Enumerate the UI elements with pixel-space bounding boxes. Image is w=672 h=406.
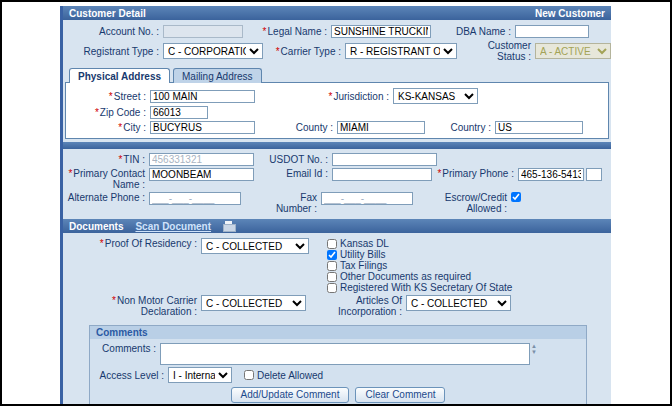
comments-row: Comments : ▲ ▼ — [90, 343, 586, 365]
delete-allowed-item: Delete Allowed — [244, 370, 323, 381]
articles-of-incorporation-label: Articles Of Incorporation : — [332, 295, 402, 317]
primary-contact-name-input[interactable] — [149, 168, 254, 181]
registrant-type-label: Registrant Type : — [67, 46, 159, 57]
customer-detail-page: Customer Detail New Customer Account No.… — [60, 6, 611, 406]
jurisdiction-select[interactable]: KS-KANSAS — [393, 88, 478, 104]
header-status: New Customer — [535, 8, 605, 19]
carrier-type-select[interactable]: R - REGISTRANT ONLY — [345, 43, 457, 59]
tax-filings-checkbox[interactable] — [327, 261, 337, 271]
city-row: *City : County : Country : — [68, 121, 606, 134]
legal-name-input[interactable] — [331, 25, 431, 38]
primary-phone-label: *Primary Phone : — [436, 168, 514, 179]
proof-of-residency-select[interactable]: C - COLLECTED — [201, 238, 309, 254]
alternate-phone-row: Alternate Phone : Fax Number : Escrow/Cr… — [67, 192, 607, 214]
access-level-select[interactable]: I - Internal — [168, 367, 232, 383]
registrant-type-select[interactable]: C - CORPORATION — [163, 43, 263, 59]
county-input[interactable] — [337, 121, 425, 134]
proof-of-residency-label: *Proof Of Residency : — [87, 238, 197, 249]
city-label: *City : — [68, 122, 146, 133]
alternate-phone-label: Alternate Phone : — [67, 192, 145, 203]
customer-status-label: Customer Status : — [463, 40, 531, 62]
customer-row-1: Account No. : *Legal Name : DBA Name : — [67, 25, 607, 38]
comments-label: Comments : — [96, 343, 156, 354]
account-no-input — [163, 25, 243, 38]
textarea-scrollbar[interactable]: ▲ ▼ — [531, 343, 537, 355]
clear-comment-button[interactable]: Clear Comment — [355, 387, 445, 403]
section-separator — [63, 142, 611, 149]
primary-contact-name-label: *Primary Contact Name : — [67, 168, 145, 190]
tin-row: *TIN : USDOT No. : — [67, 153, 607, 166]
city-input[interactable] — [150, 121, 255, 134]
legal-name-label: *Legal Name : — [249, 26, 327, 37]
street-input[interactable] — [150, 90, 255, 103]
escrow-credit-allowed-checkbox[interactable] — [511, 192, 521, 202]
kansas-dl-item: Kansas DL — [327, 238, 512, 249]
print-icon[interactable] — [223, 221, 234, 231]
alternate-phone-input[interactable] — [149, 192, 241, 205]
documents-bar: Documents Scan Document — [63, 219, 611, 233]
zip-code-label: *Zip Code : — [68, 107, 146, 118]
country-input[interactable] — [495, 121, 583, 134]
comments-section: Comments Comments : ▲ ▼ Access Level : I… — [89, 325, 587, 406]
jurisdiction-label: *Jurisdiction : — [313, 91, 389, 102]
non-motor-carrier-declaration-label: *Non Motor Carrier Declaration : — [105, 295, 197, 317]
other-documents-label: Other Documents as required — [340, 271, 471, 282]
utility-bills-checkbox[interactable] — [327, 250, 337, 260]
email-id-input[interactable] — [332, 168, 432, 181]
declarations-row: *Non Motor Carrier Declaration : C - COL… — [67, 295, 607, 317]
customer-row-2: Registrant Type : C - CORPORATION *Carri… — [67, 40, 607, 62]
county-label: County : — [271, 122, 333, 133]
delete-allowed-checkbox[interactable] — [244, 370, 254, 380]
page-title: Customer Detail — [69, 8, 146, 19]
articles-of-incorporation-select[interactable]: C - COLLECTED — [406, 295, 511, 311]
primary-phone-ext-input[interactable] — [586, 168, 602, 181]
header-bar: Customer Detail New Customer — [63, 6, 611, 20]
zip-code-input[interactable] — [150, 106, 208, 119]
country-label: Country : — [439, 122, 491, 133]
access-level-label: Access Level : — [98, 370, 164, 381]
registered-ks-secretary-item: Registered With KS Secretary Of State — [327, 282, 512, 293]
non-motor-carrier-declaration-select[interactable]: C - COLLECTED — [201, 295, 306, 311]
email-id-label: Email Id : — [260, 168, 328, 179]
tin-label: *TIN : — [67, 154, 145, 165]
delete-allowed-label: Delete Allowed — [257, 370, 323, 381]
proof-of-residency-row: *Proof Of Residency : C - COLLECTED Kans… — [67, 238, 607, 293]
registered-ks-secretary-label: Registered With KS Secretary Of State — [340, 282, 512, 293]
customer-status-select: A - ACTIVE — [535, 43, 611, 59]
tab-mailing-address[interactable]: Mailing Address — [173, 68, 262, 83]
kansas-dl-label: Kansas DL — [340, 238, 389, 249]
customer-section: Account No. : *Legal Name : DBA Name : R… — [63, 20, 611, 66]
registered-ks-secretary-checkbox[interactable] — [327, 283, 337, 293]
street-label: *Street : — [68, 91, 146, 102]
contact-section: *TIN : USDOT No. : *Primary Contact Name… — [63, 149, 611, 219]
comments-section-title: Comments — [90, 326, 586, 339]
utility-bills-label: Utility Bills — [340, 249, 386, 260]
other-documents-checkbox[interactable] — [327, 272, 337, 282]
access-level-row: Access Level : I - Internal Delete Allow… — [90, 367, 586, 383]
escrow-credit-allowed-label: Escrow/Credit Allowed : — [441, 192, 507, 214]
fax-number-input[interactable] — [321, 192, 413, 205]
tin-input[interactable] — [149, 153, 254, 166]
add-update-comment-button[interactable]: Add/Update Comment — [231, 387, 350, 403]
utility-bills-item: Utility Bills — [327, 249, 512, 260]
usdot-input[interactable] — [332, 153, 437, 166]
comments-textarea[interactable] — [160, 343, 530, 365]
street-row: *Street : *Jurisdiction : KS-KANSAS — [68, 88, 606, 104]
tax-filings-item: Tax Filings — [327, 260, 512, 271]
tab-physical-address[interactable]: Physical Address — [69, 68, 170, 83]
scan-document-link[interactable]: Scan Document — [135, 221, 211, 232]
scroll-down-icon[interactable]: ▼ — [531, 349, 537, 355]
account-no-label: Account No. : — [67, 26, 159, 37]
primary-phone-input[interactable] — [518, 168, 584, 181]
comment-actions: Add/Update Comment Clear Comment — [90, 387, 586, 403]
kansas-dl-checkbox[interactable] — [327, 239, 337, 249]
zip-row: *Zip Code : — [68, 106, 606, 119]
tax-filings-label: Tax Filings — [340, 260, 387, 271]
fax-number-label: Fax Number : — [271, 192, 317, 214]
documents-section: *Proof Of Residency : C - COLLECTED Kans… — [63, 233, 611, 322]
usdot-label: USDOT No. : — [260, 154, 328, 165]
dba-name-input[interactable] — [515, 25, 589, 38]
carrier-type-label: *Carrier Type : — [269, 46, 341, 57]
documents-title: Documents — [69, 221, 123, 232]
dba-name-label: DBA Name : — [451, 26, 511, 37]
